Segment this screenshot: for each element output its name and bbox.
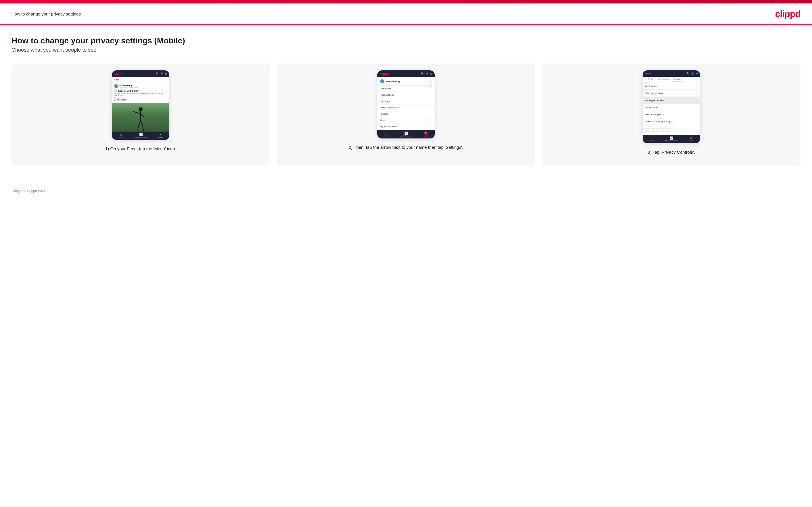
svg-line-3 (133, 111, 135, 112)
external-icon: ↗ (662, 113, 664, 115)
menu-section-performance[interactable]: My Performance ∨ (377, 123, 435, 130)
nav2-menu: ✕ Menu (423, 131, 428, 137)
svg-line-5 (138, 121, 141, 126)
phone1-logo: clippd (114, 72, 123, 75)
settings-item-account[interactable]: My Account › (643, 82, 700, 90)
settings-icon-3: ⚙ (696, 72, 698, 75)
nav2-home: ⌂ Home (384, 131, 389, 137)
help-label: Help & Support ↗ (646, 113, 664, 116)
golf-bag-label: My Golf Bag (646, 106, 658, 109)
golfer-image (112, 103, 169, 131)
settings-item-privacy[interactable]: Privacy Controls › (643, 97, 700, 104)
bottom-nav: ⌂ Home 📈 My Performance ≡ Menu (112, 131, 169, 140)
client-version: Clippd Client Version: 2022.8.3-3 (646, 127, 697, 130)
home-icon: ⌂ (120, 133, 122, 136)
back-button[interactable]: ‹ Back (645, 73, 651, 75)
settings-icon: ⚙ (165, 72, 167, 75)
step-3-caption: 3) Tap 'Privacy Controls'. (648, 149, 695, 156)
nav2-performance: 📈 My Performance (400, 131, 412, 137)
post-date: Yesterday · Sunningdale (119, 87, 138, 88)
service-label: Service & Privacy Policy ↗ (646, 120, 673, 123)
post-username: Blair McHarg (119, 84, 138, 87)
phone2-icons: 🔍 👤 ⚙ (421, 72, 433, 75)
nav-performance-label: My Performance (135, 136, 147, 138)
phone-2-mockup: clippd 🔍 👤 ⚙ Blair McHarg (377, 70, 435, 138)
phone2-header: clippd 🔍 👤 ⚙ (377, 70, 435, 77)
nav3-home: ⌂ Home (649, 136, 654, 142)
svg-line-4 (141, 114, 144, 117)
menu-item-profile[interactable]: My Profile (377, 86, 435, 92)
phone2-logo: clippd (379, 72, 389, 75)
user-icon-3: 👤 (691, 72, 694, 75)
performance-icon: 📈 (139, 133, 143, 136)
tab-connections[interactable]: Connections (656, 77, 672, 82)
post-item: Blair McHarg Yesterday · Sunningdale Les… (112, 82, 169, 103)
menu-close-icon: ✕ (424, 131, 427, 135)
top-red-bar (0, 0, 812, 3)
main-content: How to change your privacy settings (Mob… (0, 25, 812, 183)
version-info: Clippd Client Version: 2022.8.3-3 GQL Se… (643, 125, 700, 135)
menu-item-connections[interactable]: Connections (377, 92, 435, 98)
bottom-nav-2: ⌂ Home 📈 My Performance ✕ Menu (377, 130, 435, 138)
section-performance-label: My Performance (380, 125, 397, 128)
menu-icon-3: ≡ (691, 136, 692, 139)
gql-version: GQL Server Version: 2022.7.30-1 (646, 130, 697, 133)
phone1-header: clippd 🔍 👤 ⚙ (112, 70, 169, 77)
account-label: My Account (646, 85, 657, 87)
page-header: How to change your privacy settings clip… (0, 3, 812, 25)
search-icon: 🔍 (156, 72, 159, 75)
menu-user-left: Blair McHarg (380, 79, 400, 83)
nav-home: ⌂ Home (119, 133, 123, 138)
post-description: Looking to feel like my hands are exitin… (114, 93, 167, 96)
step-1-card: clippd 🔍 👤 ⚙ Feed Blair McHarg (11, 63, 270, 166)
menu-item-help[interactable]: Help & Support ↗ (377, 105, 435, 111)
nav3-menu-label: Menu (689, 140, 693, 142)
performance-icon-3: 📈 (670, 136, 673, 139)
performance-icon-2: 📈 (404, 131, 408, 135)
page-title: How to change your privacy settings (Mob… (11, 36, 801, 45)
chevron-down-icon-2: ∨ (430, 125, 432, 128)
home-icon-2: ⌂ (385, 131, 387, 135)
post-title: Lesson with Fordy (114, 89, 167, 92)
section-home-label: Home (380, 119, 386, 121)
feed-tab: Feed (112, 77, 169, 82)
settings-item-service[interactable]: Service & Privacy Policy ↗ (643, 118, 700, 125)
phone3-icons: 🔍 👤 ⚙ (687, 72, 698, 75)
external-icon-2: ↗ (671, 120, 673, 122)
nav2-performance-label: My Performance (400, 135, 412, 137)
settings-item-golf-bag[interactable]: My Golf Bag › (643, 104, 700, 111)
phone-1-mockup: clippd 🔍 👤 ⚙ Feed Blair McHarg (112, 70, 169, 140)
tab-my-profile[interactable]: My Profile (643, 77, 656, 82)
nav3-menu: ≡ Menu (689, 136, 693, 142)
settings-item-help[interactable]: Help & Support ↗ (643, 111, 700, 118)
menu-section-home[interactable]: Home ∨ (377, 117, 435, 123)
menu-panel: Blair McHarg ∧ My Profile Connections Se… (377, 77, 435, 130)
menu-item-settings[interactable]: Settings (377, 98, 435, 105)
settings-tabs: My Profile Connections Settings (643, 77, 700, 82)
nav-menu-label: Menu (158, 136, 163, 138)
copyright: Copyright Clippd 2022 (11, 189, 46, 193)
post-user: Blair McHarg Yesterday · Sunningdale (114, 84, 167, 88)
chevron-right-icon-4: › (697, 106, 697, 109)
chevron-down-icon: ∨ (430, 119, 432, 121)
user-icon-2: 👤 (425, 72, 429, 75)
phone1-icons: 🔍 👤 ⚙ (156, 72, 167, 75)
tab-settings[interactable]: Settings (672, 77, 684, 82)
chevron-right-icon: › (697, 84, 697, 87)
menu-avatar (380, 79, 384, 83)
nav-menu: ≡ Menu (158, 133, 163, 138)
steps-container: clippd 🔍 👤 ⚙ Feed Blair McHarg (11, 63, 801, 166)
logo: clippd (775, 9, 801, 19)
menu-user-row: Blair McHarg ∧ (377, 77, 435, 86)
footer: Copyright Clippd 2022 (0, 183, 812, 199)
step-3-card: ‹ Back 🔍 👤 ⚙ My Profile Connections Sett… (542, 63, 801, 166)
menu-item-logout[interactable]: Logout (377, 111, 435, 117)
settings-item-data[interactable]: Data Integrations › (643, 90, 700, 97)
privacy-label: Privacy Controls (646, 99, 664, 102)
post-duration-value: 01 hr : 30 min (114, 99, 167, 101)
nav2-home-label: Home (384, 135, 389, 137)
nav2-menu-label: Menu (423, 135, 428, 137)
svg-line-7 (138, 126, 138, 131)
chevron-right-icon-3: › (697, 99, 697, 102)
chevron-up-icon: ∧ (430, 80, 432, 83)
